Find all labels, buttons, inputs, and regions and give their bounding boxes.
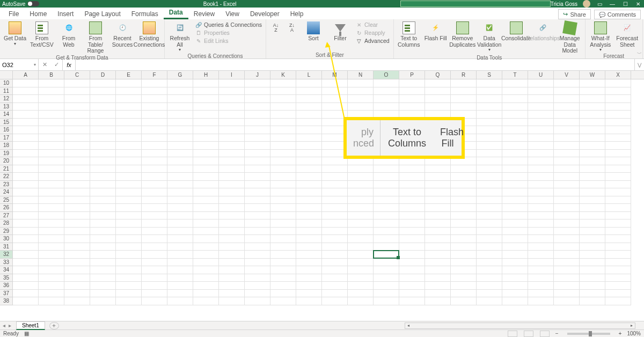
cell[interactable] xyxy=(528,235,554,243)
cell[interactable] xyxy=(13,142,39,150)
cell[interactable] xyxy=(219,111,245,119)
cell[interactable] xyxy=(245,103,270,111)
cell[interactable] xyxy=(219,188,245,196)
cell[interactable] xyxy=(90,173,116,181)
cell[interactable] xyxy=(605,274,631,282)
cell[interactable] xyxy=(64,134,90,142)
cell[interactable] xyxy=(193,79,219,87)
cell[interactable] xyxy=(167,219,193,228)
cell[interactable] xyxy=(477,79,502,87)
cell[interactable] xyxy=(580,282,605,290)
cell[interactable] xyxy=(219,219,245,228)
cell[interactable] xyxy=(554,219,580,228)
cell[interactable] xyxy=(64,181,90,189)
cell[interactable] xyxy=(477,204,502,212)
cell[interactable] xyxy=(64,188,90,196)
cell[interactable] xyxy=(605,87,631,96)
cell[interactable] xyxy=(554,150,580,158)
cell[interactable] xyxy=(605,235,631,243)
cell[interactable] xyxy=(116,235,142,243)
cell[interactable] xyxy=(193,297,219,305)
cell[interactable] xyxy=(142,95,167,103)
row-header-22[interactable]: 22 xyxy=(0,173,13,181)
cell[interactable] xyxy=(580,95,605,103)
cell[interactable] xyxy=(270,173,296,181)
cell[interactable] xyxy=(451,204,477,212)
cell[interactable] xyxy=(322,259,348,267)
cell[interactable] xyxy=(477,290,502,298)
zoom-in-button[interactable]: + xyxy=(619,331,622,336)
cell[interactable] xyxy=(296,79,322,87)
cell[interactable] xyxy=(64,111,90,119)
column-header-H[interactable]: H xyxy=(193,71,219,79)
cell[interactable] xyxy=(399,274,425,282)
cell[interactable] xyxy=(399,297,425,305)
cell[interactable] xyxy=(167,87,193,96)
cell[interactable] xyxy=(167,119,193,127)
from-table-range-button[interactable]: From Table/ Range xyxy=(83,20,108,54)
cell[interactable] xyxy=(348,282,374,290)
cell[interactable] xyxy=(605,204,631,212)
cell[interactable] xyxy=(528,282,554,290)
sort-az-button[interactable]: A↓Z xyxy=(268,20,283,35)
cell[interactable] xyxy=(554,188,580,196)
cell[interactable] xyxy=(580,259,605,267)
cell[interactable] xyxy=(193,219,219,228)
flash-fill-button[interactable]: ⚡Flash Fill xyxy=(423,20,449,42)
cell[interactable] xyxy=(605,126,631,134)
cell[interactable] xyxy=(399,181,425,189)
cell[interactable] xyxy=(142,274,167,282)
cell[interactable] xyxy=(477,103,502,111)
cell[interactable] xyxy=(477,282,502,290)
cell[interactable] xyxy=(116,111,142,119)
cell[interactable] xyxy=(167,235,193,243)
consolidate-button[interactable]: Consolidate xyxy=(503,20,529,42)
cell[interactable] xyxy=(528,87,554,96)
cell[interactable] xyxy=(64,259,90,267)
page-layout-view-button[interactable] xyxy=(524,331,533,337)
cell[interactable] xyxy=(502,87,528,96)
cell[interactable] xyxy=(580,243,605,251)
tab-data[interactable]: Data xyxy=(164,7,188,19)
cell[interactable] xyxy=(270,188,296,196)
cell[interactable] xyxy=(90,111,116,119)
cell[interactable] xyxy=(270,150,296,158)
cell[interactable] xyxy=(116,282,142,290)
cell[interactable] xyxy=(605,188,631,196)
cell[interactable] xyxy=(64,235,90,243)
cell[interactable] xyxy=(219,126,245,134)
cell[interactable] xyxy=(296,173,322,181)
cell[interactable] xyxy=(39,150,64,158)
cell[interactable] xyxy=(245,266,270,274)
cell[interactable] xyxy=(219,103,245,111)
cell[interactable] xyxy=(193,251,219,259)
row-header-18[interactable]: 18 xyxy=(0,142,13,150)
cell[interactable] xyxy=(374,103,399,111)
cell[interactable] xyxy=(425,290,451,298)
cell[interactable] xyxy=(528,228,554,236)
cell[interactable] xyxy=(502,243,528,251)
cell[interactable] xyxy=(399,228,425,236)
cell[interactable] xyxy=(554,228,580,236)
filter-button[interactable]: Filter xyxy=(327,20,353,42)
row-header-29[interactable]: 29 xyxy=(0,228,13,236)
cell[interactable] xyxy=(245,204,270,212)
cell[interactable] xyxy=(90,282,116,290)
cell[interactable] xyxy=(554,165,580,173)
cell[interactable] xyxy=(296,212,322,220)
cell[interactable] xyxy=(193,119,219,127)
cell[interactable] xyxy=(167,290,193,298)
cell[interactable] xyxy=(64,79,90,87)
cell[interactable] xyxy=(296,251,322,259)
cell[interactable] xyxy=(142,111,167,119)
cell[interactable] xyxy=(167,157,193,165)
cell[interactable] xyxy=(245,181,270,189)
cell[interactable] xyxy=(64,274,90,282)
cell[interactable] xyxy=(296,228,322,236)
cell[interactable] xyxy=(142,251,167,259)
cell[interactable] xyxy=(245,297,270,305)
cell[interactable] xyxy=(374,243,399,251)
cell[interactable] xyxy=(451,266,477,274)
cell[interactable] xyxy=(374,181,399,189)
cell[interactable] xyxy=(193,150,219,158)
